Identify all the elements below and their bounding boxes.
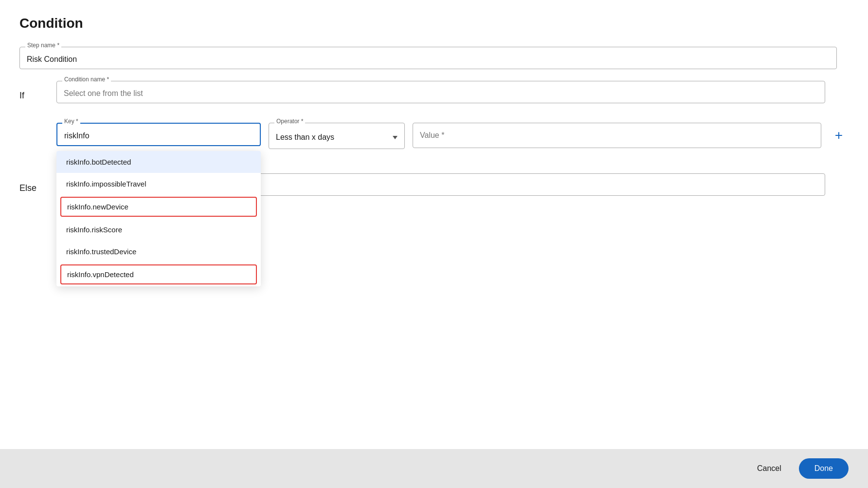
operator-field-group: Operator Less than x days	[269, 123, 405, 149]
chevron-down-icon	[393, 136, 398, 139]
value-input[interactable]	[413, 123, 821, 148]
page-title: Condition	[19, 16, 849, 31]
key-field-wrapper: Key riskInfo.botDetected riskInfo.imposs…	[56, 123, 261, 146]
value-field-wrapper	[413, 123, 821, 148]
if-label: If	[19, 81, 49, 101]
cancel-button[interactable]: Cancel	[747, 459, 791, 478]
if-row: If Condition name	[19, 81, 849, 115]
else-label: Else	[19, 173, 49, 193]
dropdown-item-newDevice-wrapper: riskInfo.newDevice	[56, 195, 261, 219]
condition-name-label: Condition name	[62, 76, 111, 83]
step-name-input[interactable]	[19, 47, 837, 69]
step-name-label: Step name	[25, 42, 61, 49]
dropdown-item-vpnDetected-wrapper: riskInfo.vpnDetected	[56, 263, 261, 286]
step-name-field: Step name	[19, 47, 849, 69]
dropdown-item-vpnDetected[interactable]: riskInfo.vpnDetected	[60, 264, 257, 284]
key-input[interactable]	[56, 123, 261, 146]
condition-name-wrapper: Condition name	[56, 81, 849, 115]
operator-label: Operator	[274, 118, 305, 125]
dropdown-item-impossibleTravel[interactable]: riskInfo.impossibleTravel	[56, 173, 261, 195]
dropdown-item-newDevice[interactable]: riskInfo.newDevice	[60, 197, 257, 217]
key-dropdown: riskInfo.botDetected riskInfo.impossible…	[56, 151, 261, 286]
key-field-group: Key	[56, 123, 261, 146]
value-field-group	[413, 123, 821, 148]
operator-field-wrapper: Operator Less than x days	[269, 123, 405, 149]
operator-value: Less than x days	[276, 133, 334, 142]
done-button[interactable]: Done	[799, 458, 849, 479]
operator-select[interactable]: Less than x days	[269, 123, 405, 149]
key-operator-row: Key riskInfo.botDetected riskInfo.imposs…	[56, 123, 849, 149]
dropdown-item-trustedDevice[interactable]: riskInfo.trustedDevice	[56, 241, 261, 263]
condition-name-input[interactable]	[56, 81, 825, 103]
dropdown-item-botDetected[interactable]: riskInfo.botDetected	[56, 151, 261, 173]
condition-name-field: Condition name	[56, 81, 849, 103]
add-condition-button[interactable]: +	[829, 123, 849, 142]
bottom-bar: Cancel Done	[0, 449, 868, 488]
dropdown-item-riskScore[interactable]: riskInfo.riskScore	[56, 219, 261, 241]
key-label: Key	[62, 118, 80, 125]
